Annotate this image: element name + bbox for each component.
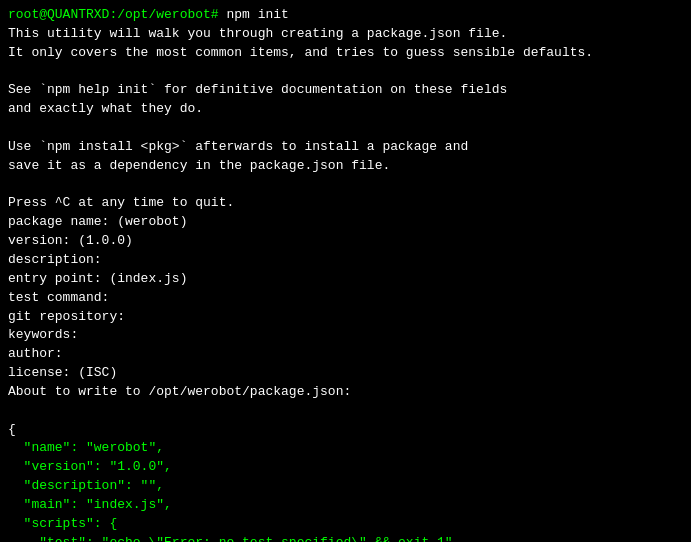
output-line-10: description: <box>8 251 683 270</box>
output-line-12: test command: <box>8 289 683 308</box>
output-line-6: save it as a dependency in the package.j… <box>8 157 683 176</box>
terminal[interactable]: root@QUANTRXD:/opt/werobot# npm init Thi… <box>0 0 691 542</box>
output-line-8: package name: (werobot) <box>8 213 683 232</box>
empty-line-4 <box>8 402 683 421</box>
empty-line-2 <box>8 119 683 138</box>
output-line-9: version: (1.0.0) <box>8 232 683 251</box>
output-line-16: license: (ISC) <box>8 364 683 383</box>
json-line-description: "description": "", <box>8 477 683 496</box>
json-line-name: "name": "werobot", <box>8 439 683 458</box>
empty-line-3 <box>8 176 683 195</box>
output-line-17: About to write to /opt/werobot/package.j… <box>8 383 683 402</box>
output-line-3: See `npm help init` for definitive docum… <box>8 81 683 100</box>
json-line-main: "main": "index.js", <box>8 496 683 515</box>
empty-line-1 <box>8 63 683 82</box>
output-line-5: Use `npm install <pkg>` afterwards to in… <box>8 138 683 157</box>
command: npm init <box>219 7 289 22</box>
output-line-13: git repository: <box>8 308 683 327</box>
output-line-11: entry point: (index.js) <box>8 270 683 289</box>
output-line-1: This utility will walk you through creat… <box>8 25 683 44</box>
json-open-brace: { <box>8 421 683 440</box>
json-line-scripts: "scripts": { <box>8 515 683 534</box>
output-line-4: and exactly what they do. <box>8 100 683 119</box>
output-line-7: Press ^C at any time to quit. <box>8 194 683 213</box>
output-line-14: keywords: <box>8 326 683 345</box>
output-line-15: author: <box>8 345 683 364</box>
output-line-2: It only covers the most common items, an… <box>8 44 683 63</box>
prompt-line: root@QUANTRXD:/opt/werobot# npm init <box>8 6 683 25</box>
json-line-version: "version": "1.0.0", <box>8 458 683 477</box>
prompt: root@QUANTRXD:/opt/werobot# <box>8 7 219 22</box>
json-line-test: "test": "echo \"Error: no test specified… <box>8 534 683 542</box>
